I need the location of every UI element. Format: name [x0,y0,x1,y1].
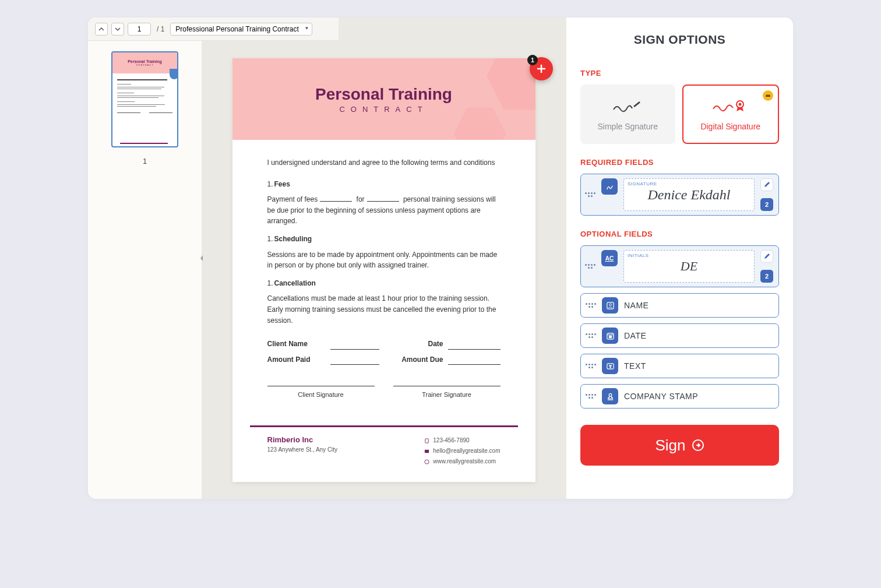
section-cancellation-body: Cancellations must be made at least 1 ho… [267,293,501,326]
name-field[interactable]: NAME [580,293,779,318]
svg-text:T: T [609,364,611,368]
date-field-label: DATE [624,331,646,340]
drag-handle-icon[interactable] [586,303,596,308]
company-name: Rimberio Inc [267,435,338,444]
signature-field[interactable]: SIGNATURE Denice Ekdahl 2 [580,174,779,216]
simple-signature-label: Simple Sgnature [597,122,658,131]
thumbnail-panel: Personal Training CONTRACT [88,17,202,499]
svg-text:30: 30 [608,336,612,339]
footer-divider [250,425,518,427]
calendar-icon: 30 [602,328,618,344]
company-stamp-field[interactable]: COMPANY STAMP [580,384,779,409]
doc-subtitle: CONTRACT [339,105,428,114]
section-fees-title: 1.Fees [267,179,501,190]
section-cancellation-title: 1.Cancellation [267,278,501,289]
trainer-signature-label: Trainer Signature [393,386,501,400]
toolbar: / 1 Professional Personal Training Contr… [88,17,339,41]
pen-signature-icon [611,97,644,115]
edit-signature-button[interactable] [760,178,773,191]
amount-due-label: Amount Due [401,354,443,365]
document-page[interactable]: Personal Training CONTRACT I undersigned… [232,58,535,482]
signature-value: Denice Ekdahl [648,187,731,203]
phone-icon [424,438,429,443]
initials-tag: INITIALS [628,253,649,258]
thumb-subtitle: CONTRACT [136,64,153,66]
edit-initials-button[interactable] [760,250,773,263]
initials-value: DE [681,259,697,274]
digital-signature-option[interactable]: Digital Signature [682,84,780,144]
optional-section-label: OPTIONAL FIELDS [580,230,779,238]
svg-point-2 [425,460,429,464]
stamp-icon [602,388,618,404]
drag-handle-icon[interactable] [586,394,596,399]
svg-point-11 [609,393,612,396]
drag-handle-icon[interactable] [585,250,595,283]
amount-paid-label: Amount Paid [267,354,326,365]
doc-title: Personal Training [315,85,452,104]
section-fees-body: Payment of fees for personal training se… [267,194,501,227]
simple-signature-option[interactable]: Simple Sgnature [580,84,675,144]
company-phone: 123-456-7890 [433,435,469,446]
page-number-input[interactable] [128,23,151,36]
next-page-button[interactable] [111,23,124,36]
thumbnail-number: 1 [143,157,147,166]
type-section-label: TYPE [580,69,779,78]
date-label: Date [428,339,443,350]
digital-signature-icon [711,97,750,115]
signature-count-badge: 2 [760,198,773,211]
required-section-label: REQUIRED FIELDS [580,158,779,167]
sidebar-title: SIGN OPTIONS [580,33,779,47]
prev-page-button[interactable] [95,23,108,36]
collapse-thumbnails-button[interactable] [197,248,206,269]
fab-count-badge: 1 [527,55,538,65]
email-icon [424,449,429,454]
text-icon: T [602,358,618,374]
document-canvas: 1 Personal Training CONTRACT I undersign… [202,17,566,499]
initials-field[interactable]: AC INITIALS DE 2 [580,245,779,287]
premium-crown-icon [763,90,773,101]
signature-icon [601,178,618,195]
page-total-label: / 1 [157,25,164,33]
client-signature-label: Client Signature [267,386,375,400]
bookmark-icon [170,69,178,79]
page-header: Personal Training CONTRACT [232,58,535,140]
initials-icon: AC [601,250,618,266]
company-web: www.reallygreatsite.com [433,456,496,467]
company-address: 123 Anywhere St., Any City [267,446,338,453]
globe-icon [424,459,429,464]
svg-point-6 [609,304,611,306]
svg-point-4 [738,103,741,106]
section-scheduling-body: Sessions are to be made by appointment o… [267,249,501,271]
drag-handle-icon[interactable] [586,333,596,338]
signature-tag: SIGNATURE [628,181,657,186]
sign-button[interactable]: Sign [580,425,779,466]
client-name-label: Client Name [267,339,326,350]
company-email: hello@reallygreatsite.com [433,446,500,456]
document-select[interactable]: Professional Personal Training Contract [170,23,312,36]
sign-options-sidebar: SIGN OPTIONS TYPE Simple Sgnature Digita… [566,17,793,499]
stamp-field-label: COMPANY STAMP [624,392,698,401]
initials-count-badge: 2 [760,270,773,283]
add-field-fab[interactable]: 1 [530,57,553,80]
section-scheduling-title: 1.Scheduling [267,234,501,245]
digital-signature-label: Digital Signature [700,122,760,131]
svg-rect-0 [425,439,428,443]
date-field[interactable]: 30 DATE [580,323,779,348]
person-icon [602,297,618,314]
name-field-label: NAME [624,301,649,310]
thumb-title: Personal Training [128,59,162,64]
drag-handle-icon[interactable] [586,364,596,368]
intro-text: I undersigned understand and agree to th… [267,157,501,168]
text-field-label: TEXT [624,361,646,371]
page-thumbnail[interactable]: Personal Training CONTRACT [111,51,178,147]
text-field[interactable]: T TEXT [580,354,779,378]
svg-rect-1 [425,450,429,453]
drag-handle-icon[interactable] [585,178,595,211]
